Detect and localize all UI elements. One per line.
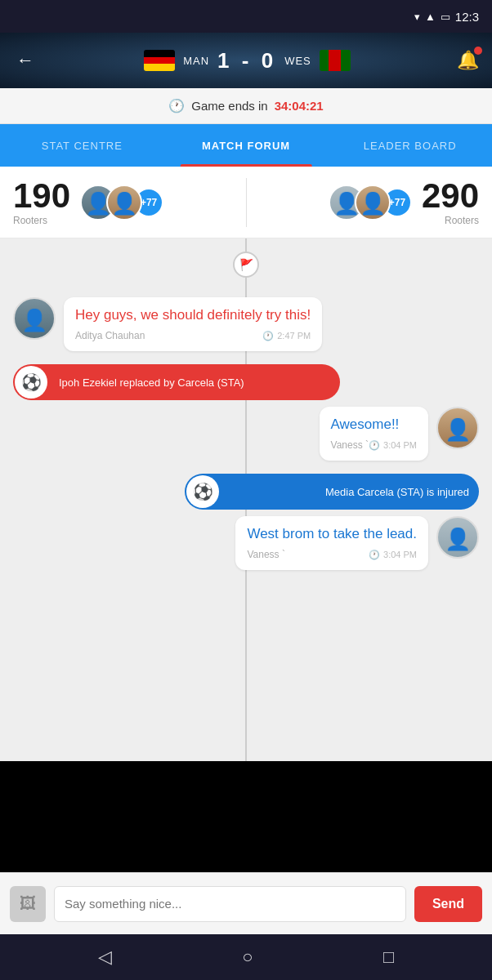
msg-avatar-3: [436, 516, 479, 559]
flag-marker: 🚩: [233, 252, 259, 278]
back-button[interactable]: ←: [13, 47, 38, 74]
battery-icon: ▭: [441, 11, 450, 23]
nav-home-icon[interactable]: ○: [242, 947, 253, 968]
tab-leader-board[interactable]: LEADER BOARD: [328, 124, 492, 167]
chat-message-3: West brom to take the lead. Vaness ` 🕐 3…: [13, 516, 479, 570]
chat-message-1: Hey guys, we should definitely try this!…: [13, 297, 479, 351]
stats-left: 190 Rooters +77: [0, 166, 246, 239]
msg-meta-2: Vaness ` 🕐 3:04 PM: [331, 439, 417, 451]
pill-ball-1: ⚽: [15, 366, 47, 399]
msg-author-1: Aditya Chauhan: [75, 330, 145, 341]
clock-icon: 🕐: [168, 98, 185, 114]
timer-label: Game ends in: [191, 99, 267, 113]
tab-stat-centre[interactable]: STAT CENTRE: [0, 124, 164, 167]
nav-bar: ◁ ○ □: [0, 934, 492, 980]
msg-time-1: 🕐 2:47 PM: [262, 331, 311, 341]
right-rooters-count: 290: [422, 179, 479, 213]
notification-bell[interactable]: 🔔: [457, 50, 479, 71]
score-area: MAN 1 - 0 WES: [38, 48, 457, 74]
msg-author-3: Vaness `: [247, 549, 284, 560]
event-text-2: Media Carcela (STA) is injured: [221, 486, 479, 498]
nav-recent-icon[interactable]: □: [383, 947, 394, 968]
right-stats-block: 290 Rooters: [422, 179, 479, 226]
clock-icon-msg3: 🕐: [369, 550, 380, 560]
pill-ball-2: ⚽: [186, 475, 219, 508]
msg-text-3: West brom to take the lead.: [247, 526, 417, 542]
msg-bubble-2: Awesome!! Vaness ` 🕐 3:04 PM: [320, 407, 428, 461]
event-pill-2: Media Carcela (STA) is injured ⚽: [185, 474, 479, 510]
right-avatar-stack: +77: [329, 183, 412, 222]
msg-text-2: Awesome!!: [331, 416, 417, 433]
msg-time-3: 🕐 3:04 PM: [369, 550, 417, 560]
event-container-1: ⚽ Ipoh Ezekiel replaced by Carcela (STA): [13, 364, 479, 400]
msg-bubble-3: West brom to take the lead. Vaness ` 🕐 3…: [235, 516, 428, 570]
stats-right: +77 290 Rooters: [247, 166, 493, 239]
msg-time-2: 🕐 3:04 PM: [369, 440, 417, 451]
chat-input[interactable]: [54, 886, 406, 922]
timer-countdown: 34:04:21: [275, 99, 324, 113]
nav-back-icon[interactable]: ◁: [98, 947, 112, 968]
status-time: 12:3: [455, 10, 479, 24]
timer-bar: 🕐 Game ends in 34:04:21: [0, 88, 492, 124]
clock-icon-msg2: 🕐: [369, 440, 380, 451]
clock-icon-msg1: 🕐: [262, 331, 274, 341]
tab-bar: STAT CENTRE MATCH FORUM LEADER BOARD: [0, 124, 492, 167]
status-bar: ▾ ▲ ▭ 12:3: [0, 0, 492, 33]
signal-icon: ▲: [425, 11, 436, 23]
right-rooters-label: Rooters: [445, 215, 479, 226]
stats-row: 190 Rooters +77 +77 290 Rooters: [0, 167, 492, 238]
avatar-female-3: [355, 185, 391, 220]
score-right: 0: [262, 48, 276, 73]
msg-meta-3: Vaness ` 🕐 3:04 PM: [247, 549, 417, 560]
notification-badge: [474, 47, 482, 55]
tab-match-forum[interactable]: MATCH FORUM: [164, 124, 329, 167]
wifi-icon: ▾: [414, 11, 420, 23]
event-container-2: Media Carcela (STA) is injured ⚽: [13, 474, 479, 510]
left-avatar-stack: +77: [80, 183, 163, 222]
send-button[interactable]: Send: [414, 886, 482, 922]
forum-area: 🚩 Hey guys, we should definitely try thi…: [0, 238, 492, 761]
status-icons: ▾ ▲ ▭ 12:3: [414, 10, 479, 24]
event-text-1: Ipoh Ezekiel replaced by Carcela (STA): [49, 376, 340, 389]
header: ← MAN 1 - 0 WES 🔔: [0, 33, 492, 88]
left-rooters-label: Rooters: [13, 215, 70, 226]
avatar-female-1: [106, 185, 142, 220]
msg-avatar-2: [436, 407, 479, 449]
left-stats-block: 190 Rooters: [13, 179, 70, 226]
team-right: WES: [284, 55, 311, 67]
msg-avatar-1: [13, 297, 56, 340]
msg-author-2: Vaness `: [331, 439, 369, 451]
flag-portugal: [320, 50, 351, 71]
chat-message-2: Awesome!! Vaness ` 🕐 3:04 PM: [13, 407, 479, 461]
left-rooters-count: 190: [13, 179, 70, 213]
score-left: 1: [217, 48, 232, 73]
msg-meta-1: Aditya Chauhan 🕐 2:47 PM: [75, 330, 311, 341]
score-display: 1 - 0: [217, 48, 276, 74]
team-left: MAN: [183, 55, 209, 67]
flag-germany: [144, 50, 175, 71]
msg-bubble-1: Hey guys, we should definitely try this!…: [64, 297, 322, 351]
image-button[interactable]: 🖼: [10, 886, 46, 922]
event-pill-1: ⚽ Ipoh Ezekiel replaced by Carcela (STA): [13, 364, 340, 400]
input-bar: 🖼 Send: [0, 872, 492, 934]
msg-text-1: Hey guys, we should definitely try this!: [75, 307, 311, 323]
score-separator: -: [242, 48, 253, 73]
